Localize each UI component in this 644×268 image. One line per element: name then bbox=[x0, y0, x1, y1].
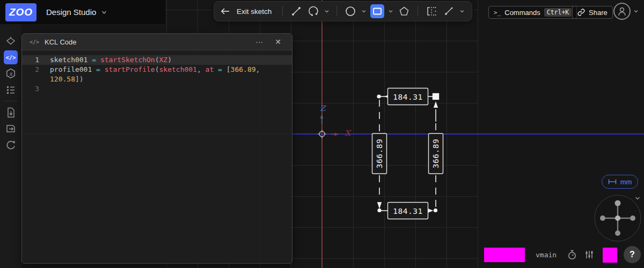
line-number bbox=[22, 75, 43, 84]
rectangle-dropdown-chevron-icon[interactable] bbox=[387, 8, 394, 14]
gizmo-down-handle[interactable] bbox=[615, 230, 620, 236]
sidebar-item-redo[interactable] bbox=[3, 137, 19, 153]
gizmo-right-handle[interactable] bbox=[630, 215, 635, 221]
help-button[interactable]: ? bbox=[624, 246, 641, 263]
back-arrow-icon[interactable] bbox=[221, 8, 230, 15]
sidebar-item-file-export[interactable] bbox=[3, 121, 19, 137]
sidebar-item-file-import[interactable] bbox=[3, 105, 19, 121]
rectangle-icon bbox=[371, 5, 384, 18]
code-line[interactable]: 2profile001 = startProfile(sketch001, at… bbox=[22, 65, 292, 75]
circle-tool-button[interactable] bbox=[343, 4, 357, 18]
code-editor[interactable]: 1sketch001 = startSketchOn(XZ)2profile00… bbox=[22, 50, 292, 94]
file-download-icon bbox=[5, 107, 17, 118]
link-icon bbox=[577, 9, 585, 16]
avatar[interactable] bbox=[613, 3, 631, 20]
commands-button[interactable]: >_ Commands Ctrl+K bbox=[488, 6, 577, 19]
toolbar-divider bbox=[282, 6, 283, 17]
sidebar-item-variables[interactable]: x bbox=[3, 65, 19, 81]
panel-title: KCL Code bbox=[45, 38, 77, 46]
code-text: 120.58]) bbox=[43, 75, 84, 84]
code-line[interactable]: 120.58]) bbox=[22, 75, 292, 84]
units-label: mm bbox=[620, 178, 632, 186]
stopwatch-icon[interactable] bbox=[567, 250, 577, 260]
circle-icon bbox=[344, 5, 357, 18]
share-button[interactable]: Share bbox=[572, 6, 613, 19]
arc-dropdown-chevron-icon[interactable] bbox=[324, 8, 330, 14]
commands-shortcut: Ctrl+K bbox=[544, 8, 572, 17]
z-axis-line bbox=[321, 0, 323, 268]
export-icon bbox=[5, 123, 17, 135]
sidebar-divider bbox=[4, 101, 18, 101]
circle-dropdown-chevron-icon[interactable] bbox=[361, 8, 367, 14]
sketch-toolbar: Exit sketch bbox=[214, 1, 472, 21]
terminal-icon: >_ bbox=[494, 9, 501, 16]
pentagon-icon bbox=[398, 5, 411, 18]
line-number: 3 bbox=[22, 84, 43, 94]
gizmo-left-handle[interactable] bbox=[600, 215, 605, 221]
arc-icon bbox=[307, 5, 320, 18]
tangent-dropdown-chevron-icon[interactable] bbox=[459, 8, 465, 14]
stream-artifact-small bbox=[603, 248, 617, 263]
orientation-gizmo[interactable] bbox=[594, 195, 641, 242]
avatar-chevron-icon[interactable] bbox=[633, 8, 639, 14]
stream-label: vmain bbox=[536, 251, 557, 259]
polygon-tool-button[interactable] bbox=[397, 4, 411, 18]
gizmo-up-handle[interactable] bbox=[615, 200, 621, 206]
project-name[interactable]: Design Studio bbox=[46, 8, 96, 17]
code-icon: </> bbox=[6, 54, 16, 61]
code-line[interactable]: 3 bbox=[22, 84, 292, 94]
code-text: sketch001 = startSketchOn(XZ) bbox=[43, 55, 172, 65]
kcl-panel-header[interactable]: </> KCL Code ··· ✕ bbox=[22, 34, 292, 50]
code-icon: </> bbox=[30, 39, 39, 45]
tangent-line-icon bbox=[442, 5, 455, 18]
toolbar-divider bbox=[336, 6, 337, 17]
left-sidebar: </> x bbox=[0, 24, 21, 268]
measure-icon bbox=[608, 179, 617, 184]
toolbar-divider bbox=[418, 6, 418, 17]
panel-menu-button[interactable]: ··· bbox=[252, 38, 266, 46]
mirror-tool-button[interactable] bbox=[425, 4, 438, 18]
sidebar-item-kcl-code[interactable]: </> bbox=[4, 50, 18, 64]
rectangle-tool-button[interactable] bbox=[370, 4, 384, 18]
svg-text:x: x bbox=[9, 71, 13, 77]
arc-tool-button[interactable] bbox=[306, 4, 320, 18]
line-icon bbox=[290, 5, 303, 18]
commands-label: Commands bbox=[504, 9, 540, 17]
line-tool-button[interactable] bbox=[289, 4, 303, 18]
share-label: Share bbox=[589, 9, 608, 17]
app-header: ZOO Design Studio bbox=[0, 0, 165, 24]
mirror-icon bbox=[425, 5, 438, 18]
line-number: 2 bbox=[22, 65, 43, 75]
code-text bbox=[43, 84, 50, 94]
list-icon bbox=[5, 84, 17, 95]
units-badge[interactable]: mm bbox=[602, 175, 638, 189]
gizmo-center-handle[interactable] bbox=[615, 215, 620, 221]
redo-icon bbox=[5, 139, 17, 151]
sidebar-item-logs[interactable] bbox=[3, 81, 19, 98]
panel-close-button[interactable]: ✕ bbox=[272, 38, 284, 46]
line-number: 1 bbox=[22, 55, 43, 65]
kcl-code-panel: </> KCL Code ··· ✕ 1sketch001 = startSke… bbox=[21, 33, 292, 264]
code-line[interactable]: 1sketch001 = startSketchOn(XZ) bbox=[22, 55, 292, 65]
user-icon bbox=[617, 6, 627, 17]
sliders-icon[interactable] bbox=[584, 250, 594, 259]
gem-icon bbox=[5, 35, 17, 47]
sidebar-item-feature-tree[interactable] bbox=[3, 33, 19, 49]
zoo-logo[interactable]: ZOO bbox=[5, 3, 36, 21]
code-text: profile001 = startProfile(sketch001, at … bbox=[43, 65, 260, 75]
hexagon-x-icon: x bbox=[5, 68, 17, 79]
app-window: z x 366.89 366.89 184.31 184 bbox=[0, 0, 644, 268]
stream-artifact-large bbox=[484, 248, 525, 262]
tangent-line-tool-button[interactable] bbox=[442, 4, 456, 18]
chevron-down-icon[interactable] bbox=[101, 9, 107, 16]
exit-sketch-button[interactable]: Exit sketch bbox=[237, 8, 272, 16]
